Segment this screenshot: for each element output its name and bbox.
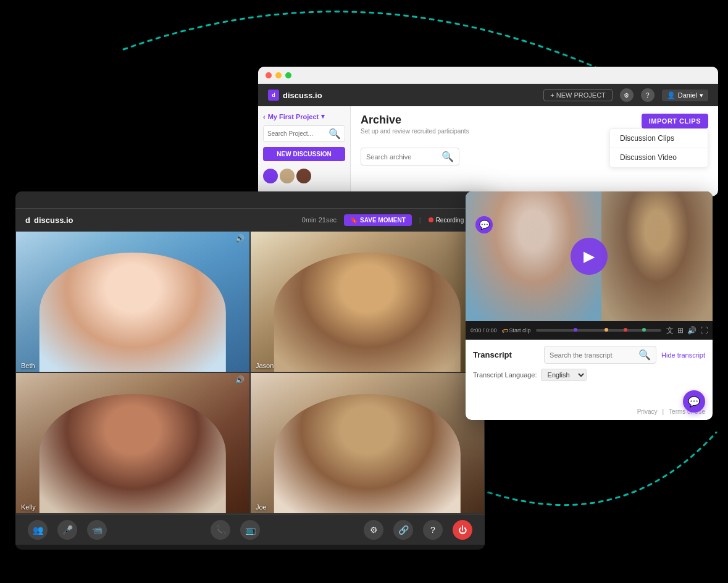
logo-icon: d (25, 216, 30, 225)
participant-name-joe: Joe (256, 503, 267, 511)
settings-button[interactable]: ⚙ (364, 520, 383, 540)
settings-icon[interactable]: ⚙ (620, 88, 634, 102)
transcript-area: Transcript 🔍 Hide transcript Transcript … (466, 340, 713, 387)
archive-sidebar: ‹ My First Project ▾ 🔍 NEW DISCUSSION (258, 106, 351, 196)
marker-icon: 🏷 (502, 327, 508, 334)
fullscreen-icon[interactable]: ⛶ (700, 326, 708, 335)
archive-body: ‹ My First Project ▾ 🔍 NEW DISCUSSION Ar… (258, 106, 718, 196)
video-call-window: d discuss.io 0min 21sec 🔖 SAVE MOMENT | … (15, 191, 485, 550)
archive-nav-right: + NEW PROJECT ⚙ ? 👤 Daniel ▾ (543, 88, 708, 102)
sound-icon-kelly: 🔊 (235, 375, 245, 384)
rec-dot (429, 217, 433, 222)
phone-button[interactable]: 📞 (211, 520, 230, 540)
back-button[interactable]: ‹ My First Project ▾ (263, 112, 345, 120)
avatar (280, 169, 295, 183)
start-clip-label[interactable]: Start clip (509, 327, 531, 334)
user-menu[interactable]: 👤 Daniel ▾ (662, 90, 708, 101)
video-toolbar: 👥 🎤 📹 📞 📺 ⚙ 🔗 ? ⏻ (15, 514, 485, 545)
participants-button[interactable]: 👥 (28, 520, 48, 540)
help-icon[interactable]: ? (641, 88, 655, 102)
user-name: Daniel (678, 91, 697, 99)
search-icon: 🔍 (441, 151, 454, 162)
archive-navbar: d discuss.io + NEW PROJECT ⚙ ? 👤 Daniel … (258, 84, 718, 106)
chat-bubble[interactable]: 💬 (475, 216, 493, 233)
mic-button[interactable]: 🎤 (57, 520, 77, 540)
privacy-link[interactable]: Privacy (637, 408, 658, 415)
video-logo: d discuss.io (25, 216, 73, 225)
right-panel-window: 💬 ▶ 0:00 / 0:00 🏷 Start clip 文 ⊞ 🔊 ⛶ Tra… (466, 191, 713, 420)
sound-icon-beth: 🔊 (235, 234, 245, 243)
transcript-search-input[interactable] (550, 351, 636, 359)
link-button[interactable]: 🔗 (393, 520, 413, 540)
transcript-title-row: Transcript (473, 350, 512, 359)
import-clips-button[interactable]: IMPORT CLIPS (642, 114, 708, 128)
archive-titlebar (258, 67, 718, 84)
translate-icon[interactable]: 文 (666, 325, 674, 336)
transcript-title: Transcript (473, 350, 512, 359)
play-button[interactable]: ▶ (571, 238, 608, 275)
project-search[interactable]: 🔍 (263, 125, 345, 142)
timeline-marker (642, 328, 646, 332)
video-titlebar (15, 191, 485, 209)
timeline-marker (574, 328, 577, 332)
language-row: Transcript Language: English Spanish Fre… (473, 369, 705, 381)
dropdown-menu: Discussion Clips Discussion Video (609, 128, 708, 167)
maximize-dot[interactable] (285, 72, 291, 78)
archive-logo: d discuss.io (268, 90, 322, 101)
project-search-input[interactable] (267, 130, 326, 137)
logo-text: discuss.io (283, 91, 322, 100)
archive-title: Archive (361, 114, 469, 127)
participant-name-jason: Jason (256, 362, 274, 369)
volume-icon[interactable]: 🔊 (687, 326, 697, 335)
new-project-button[interactable]: + NEW PROJECT (543, 89, 613, 101)
grid-icon[interactable]: ⊞ (677, 326, 684, 335)
timer: 0min 21sec (302, 216, 337, 224)
video-grid: Beth 🔊 Jason 🔊 Kelly 🔊 (15, 231, 485, 514)
project-name: My First Project (268, 113, 319, 120)
screen-share-button[interactable]: 📺 (240, 520, 260, 540)
help-button[interactable]: ? (423, 520, 443, 540)
video-player-area: 💬 ▶ (466, 191, 713, 321)
archive-search-input[interactable] (366, 153, 439, 161)
save-moment-button[interactable]: 🔖 SAVE MOMENT (344, 214, 412, 226)
end-call-button[interactable]: ⏻ (453, 520, 472, 540)
dropdown-icon: ▾ (321, 112, 325, 120)
dropdown-item-discussion-clips[interactable]: Discussion Clips (610, 129, 708, 148)
avatar (263, 169, 278, 183)
participant-name-kelly: Kelly (21, 503, 36, 511)
timeline-marker (605, 328, 608, 332)
chevron-down-icon: ▾ (700, 91, 703, 99)
archive-window: d discuss.io + NEW PROJECT ⚙ ? 👤 Daniel … (258, 67, 718, 196)
video-cell-joe: Joe 🔊 (250, 372, 485, 514)
transcript-actions: 🔍 Hide transcript (544, 346, 705, 364)
avatar-row (263, 169, 345, 183)
language-select[interactable]: English Spanish French (541, 369, 587, 381)
transcript-header: Transcript 🔍 Hide transcript (473, 346, 705, 364)
archive-search[interactable]: 🔍 (361, 148, 459, 166)
minimize-dot[interactable] (275, 72, 282, 78)
logo-text: discuss.io (34, 216, 73, 225)
close-dot[interactable] (266, 72, 272, 78)
search-icon: 🔍 (638, 349, 651, 361)
toolbar-left: 👥 🎤 📹 (28, 520, 107, 540)
video-button[interactable]: 📹 (87, 520, 107, 540)
footer-separator: | (662, 408, 664, 415)
archive-subtitle: Set up and review recruited participants (361, 128, 469, 135)
logo-icon: d (268, 90, 279, 101)
video-markers: 🏷 Start clip (502, 327, 531, 334)
video-progress-bar[interactable] (536, 329, 661, 332)
timeline-marker (624, 328, 627, 332)
chat-fab-button[interactable]: 💬 (683, 390, 705, 413)
dropdown-item-discussion-video[interactable]: Discussion Video (610, 148, 708, 167)
user-icon: 👤 (667, 91, 676, 99)
toolbar-right: ⚙ 🔗 ? ⏻ (364, 520, 472, 540)
avatar (296, 169, 311, 183)
toolbar-center: 📞 📺 (211, 520, 260, 540)
control-icons: 文 ⊞ 🔊 ⛶ (666, 325, 708, 336)
hide-transcript-button[interactable]: Hide transcript (661, 351, 705, 359)
video-navbar: d discuss.io 0min 21sec 🔖 SAVE MOMENT | … (15, 209, 485, 231)
new-discussion-button[interactable]: NEW DISCUSSION (263, 147, 345, 161)
transcript-search[interactable]: 🔍 (544, 346, 656, 364)
archive-main: Archive Set up and review recruited part… (351, 106, 718, 196)
bookmark-icon: 🔖 (350, 217, 358, 224)
